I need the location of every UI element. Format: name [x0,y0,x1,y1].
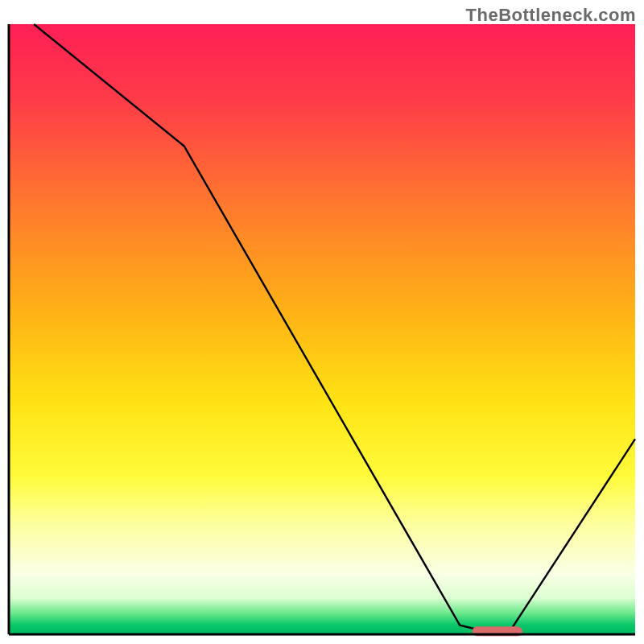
bottleneck-chart: TheBottleneck.com [0,0,644,644]
chart-canvas [0,0,644,644]
gradient-background [9,24,635,634]
watermark-text: TheBottleneck.com [466,5,636,26]
